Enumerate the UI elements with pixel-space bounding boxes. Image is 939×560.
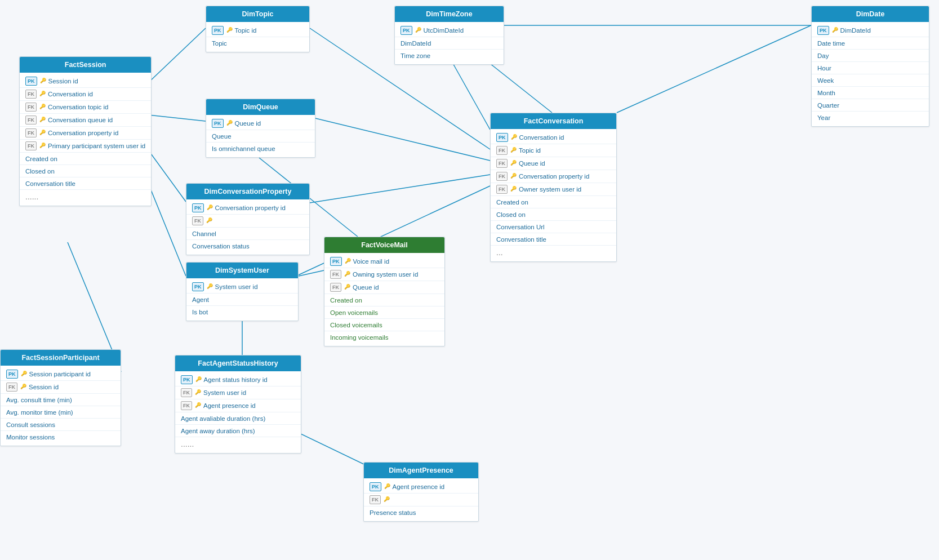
pk-badge: PK [817, 26, 829, 35]
fk-key-icon: 🔑 [510, 160, 517, 167]
field-label: Incoming voicemails [330, 334, 389, 341]
table-field: Closed voicemails [324, 319, 444, 331]
table-field: Day [812, 50, 929, 62]
pk-key-icon: 🔑 [511, 134, 518, 141]
table-field: PK🔑Voice mail id [324, 255, 444, 268]
table-field: Is omnichannel queue [206, 143, 315, 155]
table-field: Conversation title [491, 233, 616, 246]
table-header-factvoicemail: FactVoiceMail [324, 237, 444, 253]
field-label: Voice mail id [353, 258, 390, 265]
table-field: PK🔑Agent status history id [175, 374, 301, 386]
fk-key-icon: 🔑 [39, 91, 46, 97]
field-label: Agent status history id [204, 376, 268, 383]
fk-key-icon: 🔑 [39, 130, 46, 136]
table-field: Topic [206, 37, 309, 50]
field-label: Agent [192, 296, 209, 303]
table-field: PK🔑Queue id [206, 117, 315, 130]
table-field: FK🔑Agent presence id [175, 399, 301, 412]
table-field: Presence status [364, 506, 478, 519]
fk-badge: FK [181, 388, 192, 397]
pk-badge: PK [181, 375, 193, 384]
field-label: Topic [212, 40, 227, 47]
fk-badge: FK [330, 270, 341, 279]
field-label: Week [817, 77, 834, 84]
fk-badge: FK [496, 146, 508, 155]
field-label: Conversation property id [215, 205, 286, 211]
table-factconversation: FactConversationPK🔑Conversation idFK🔑Top… [490, 113, 617, 262]
pk-key-icon: 🔑 [415, 27, 422, 34]
field-label: Owning system user id [353, 271, 418, 278]
table-header-dimconversationproperty: DimConversationProperty [186, 184, 309, 199]
fk-key-icon: 🔑 [510, 173, 517, 180]
fk-badge: FK [370, 495, 381, 504]
table-field: FK🔑Conversation property id [491, 170, 616, 183]
field-label: Conversation status [192, 243, 250, 250]
table-field: FK🔑 [364, 494, 478, 506]
fk-key-icon: 🔑 [510, 147, 517, 154]
table-field: Open voicemails [324, 306, 444, 319]
fk-key-icon: 🔑 [39, 117, 46, 123]
table-field: Is bot [186, 306, 298, 318]
table-field: Conversation Url [491, 221, 616, 233]
field-label: Agent away duration (hrs) [181, 428, 255, 434]
field-label: Quarter [817, 102, 839, 109]
table-field: Monitor sessions [1, 431, 121, 443]
field-label: Conversation id [519, 134, 564, 141]
table-field: FK🔑System user id [175, 386, 301, 399]
fk-key-icon: 🔑 [20, 384, 27, 390]
field-label: Conversation topic id [48, 104, 108, 110]
fk-key-icon: 🔑 [206, 217, 213, 224]
field-label: UtcDimDateId [424, 27, 464, 34]
field-label: Closed on [496, 211, 526, 218]
table-field: FK🔑Topic id [491, 144, 616, 157]
fk-key-icon: 🔑 [195, 402, 202, 409]
table-field: Incoming voicemails [324, 331, 444, 344]
field-label: DimDateId [840, 27, 871, 34]
table-dimqueue: DimQueuePK🔑Queue idQueueIs omnichannel q… [206, 99, 315, 158]
table-field: FK🔑Owning system user id [324, 268, 444, 281]
fk-key-icon: 🔑 [39, 143, 46, 149]
table-field: PK🔑UtcDimDateId [395, 24, 504, 37]
table-header-dimsystemuser: DimSystemUser [186, 263, 298, 278]
pk-key-icon: 🔑 [207, 283, 213, 290]
table-field: FK🔑 [186, 215, 309, 228]
pk-key-icon: 🔑 [226, 120, 233, 127]
table-field: Consult sessions [1, 419, 121, 431]
fk-badge: FK [25, 90, 37, 99]
pk-badge: PK [192, 282, 204, 291]
table-field: Avg. monitor time (min) [1, 406, 121, 419]
field-label: Topic id [235, 27, 257, 34]
field-label: Presence status [370, 509, 416, 516]
table-dimtopic: DimTopicPK🔑Topic idTopic [206, 6, 310, 52]
table-field: FK🔑Queue id [491, 157, 616, 170]
field-label: Queue id [519, 160, 545, 167]
svg-line-10 [299, 270, 324, 276]
table-field: Hour [812, 62, 929, 74]
field-label: Agent presence id [393, 483, 445, 490]
table-field: Avg. consult time (min) [1, 394, 121, 406]
pk-key-icon: 🔑 [345, 258, 351, 265]
field-label: Avg. monitor time (min) [6, 409, 73, 416]
field-label: Hour [817, 65, 831, 72]
table-factsessionparticipant: FactSessionParticipantPK🔑Session partici… [0, 349, 121, 446]
field-label: Monitor sessions [6, 434, 55, 441]
table-field: Month [812, 87, 929, 99]
field-label: Year [817, 114, 830, 121]
fk-badge: FK [192, 216, 203, 225]
fk-key-icon: 🔑 [39, 104, 46, 110]
diagram: FactSessionPK🔑Session idFK🔑Conversation … [0, 0, 939, 560]
fk-badge: FK [25, 115, 37, 125]
fk-key-icon: 🔑 [344, 271, 351, 278]
table-header-factconversation: FactConversation [491, 113, 616, 129]
pk-badge: PK [370, 482, 381, 491]
field-label: Conversation id [48, 91, 93, 97]
table-dimagentpresence: DimAgentPresencePK🔑Agent presence idFK🔑P… [363, 462, 479, 522]
field-label: Conversation property id [48, 130, 118, 136]
field-label: Session participant id [29, 371, 91, 377]
table-header-dimtimezone: DimTimeZone [395, 6, 504, 22]
field-label: Time zone [400, 52, 430, 59]
table-field: Closed on [20, 165, 151, 177]
table-field: Conversation title [20, 177, 151, 190]
field-label: Consult sessions [6, 421, 55, 428]
field-label: Queue [212, 133, 232, 140]
